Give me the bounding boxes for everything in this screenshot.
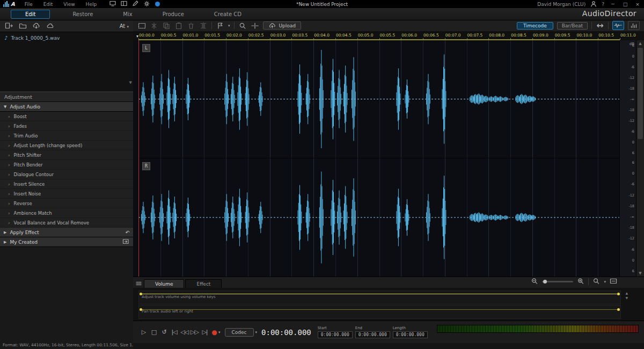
- adjust-audio-item[interactable]: ›Insert Noise: [0, 189, 133, 198]
- adjust-audio-item[interactable]: ›Trim Audio: [0, 131, 133, 140]
- length-value[interactable]: 0:00:00.000: [393, 331, 428, 338]
- adjust-audio-item[interactable]: ›Pitch Shifter: [0, 150, 133, 159]
- pan-envelope-line[interactable]: [140, 309, 619, 310]
- keyframe-dot[interactable]: [617, 308, 620, 311]
- tracklist-scroll-down-icon[interactable]: ▼: [129, 81, 132, 85]
- zoom-in-icon[interactable]: [577, 277, 584, 287]
- gear-icon[interactable]: [143, 1, 150, 8]
- play-button[interactable]: ▷: [138, 329, 149, 336]
- timecode-button[interactable]: Timecode: [517, 22, 553, 30]
- import-folder-icon[interactable]: [18, 22, 27, 30]
- record-options-dropdown-icon[interactable]: ▾: [218, 330, 221, 335]
- maximize-button[interactable]: □: [621, 2, 629, 7]
- upload-button[interactable]: Upload: [263, 21, 302, 30]
- keyframe-scroll-down-icon[interactable]: ▼: [625, 296, 628, 300]
- zoom-mode-icon[interactable]: [592, 277, 600, 287]
- trim-icon[interactable]: [199, 21, 208, 30]
- timeline-ruler[interactable]: ▾ 00:00.000:00.500:01.000:01.500:02.000:…: [133, 31, 644, 41]
- channel-right[interactable]: R: [138, 158, 620, 277]
- zoom-tool-icon[interactable]: [238, 21, 247, 30]
- track-list-item[interactable]: ♪ Track 1_0000_5.wav: [0, 32, 133, 43]
- user-name[interactable]: David Morgan (CLU): [537, 2, 586, 7]
- volume-keyframe-row[interactable]: Adjust track volume using volume keys: [138, 290, 621, 304]
- adjust-audio-item[interactable]: ›Reverse: [0, 199, 133, 208]
- adjust-audio-item[interactable]: ›Insert Silence: [0, 179, 133, 188]
- start-value[interactable]: 0:00:00.000: [318, 331, 353, 338]
- apply-effect-action-icon[interactable]: ↶: [125, 230, 129, 235]
- zoom-slider-thumb[interactable]: [543, 280, 547, 283]
- menu-help[interactable]: Help: [80, 2, 103, 7]
- barbeat-button[interactable]: Bar/Beat: [557, 22, 588, 30]
- zoom-mode-dropdown-icon[interactable]: ▾: [604, 280, 606, 284]
- adjust-audio-item[interactable]: ›Fades: [0, 121, 133, 130]
- codec-dropdown-icon[interactable]: ▾: [255, 330, 258, 335]
- tab-volume[interactable]: Volume: [144, 279, 184, 288]
- paste-icon[interactable]: [174, 21, 183, 30]
- marker-dropdown-icon[interactable]: ▾: [228, 24, 230, 28]
- end-value[interactable]: 0:00:00.000: [355, 331, 390, 338]
- stop-button[interactable]: □: [149, 329, 159, 336]
- pan-keyframe-row[interactable]: Pan track audio left or right: [138, 305, 621, 319]
- tab-mix[interactable]: Mix: [115, 10, 140, 18]
- zoom-slider[interactable]: [542, 281, 573, 282]
- ab-compare-icon[interactable]: [251, 21, 259, 30]
- codec-button[interactable]: Codec: [225, 328, 254, 337]
- text-size-tool[interactable]: At ▾: [120, 23, 129, 29]
- help-button[interactable]: ?: [602, 2, 604, 7]
- vertical-scrollbar[interactable]: ▲ ▼: [636, 40, 644, 277]
- go-to-end-button[interactable]: ▷|: [200, 329, 210, 336]
- marker-tool-icon[interactable]: [216, 21, 224, 30]
- pen-icon[interactable]: [132, 1, 138, 8]
- adjust-audio-item[interactable]: ›Pitch Bender: [0, 160, 133, 169]
- rewind-button[interactable]: ◁◁: [179, 329, 189, 336]
- section-apply-effect[interactable]: ▶ Apply Effect ↶: [0, 228, 133, 237]
- export-preset-icon[interactable]: [122, 238, 129, 245]
- zoom-out-icon[interactable]: [531, 277, 538, 287]
- spectral-view-toggle[interactable]: [628, 21, 640, 30]
- cloud-icon[interactable]: [46, 22, 55, 30]
- adjust-audio-item[interactable]: ›Ambience Match: [0, 208, 133, 217]
- keyframe-dot[interactable]: [617, 293, 620, 295]
- channel-left[interactable]: L: [138, 40, 620, 158]
- cut-icon[interactable]: [150, 21, 158, 30]
- copy-icon[interactable]: [162, 21, 171, 30]
- go-to-start-button[interactable]: |◁: [169, 329, 179, 336]
- layout-icon[interactable]: [121, 1, 127, 8]
- record-button[interactable]: ●: [210, 329, 218, 336]
- scroll-lock-icon[interactable]: ↔: [596, 21, 604, 30]
- adjust-audio-item[interactable]: ›Boost: [0, 112, 133, 121]
- cloud-download-icon[interactable]: [32, 22, 41, 30]
- tab-create-cd[interactable]: Create CD: [207, 10, 249, 18]
- playhead-line[interactable]: [138, 40, 139, 277]
- section-my-created[interactable]: ▶ My Created: [0, 237, 133, 247]
- range-select-tool-icon[interactable]: [137, 21, 146, 30]
- fit-timeline-icon[interactable]: [610, 277, 617, 287]
- close-button[interactable]: ×: [634, 2, 641, 7]
- tab-edit[interactable]: Edit: [11, 10, 50, 19]
- scroll-up-icon[interactable]: ▲: [636, 41, 644, 46]
- tab-restore[interactable]: Restore: [65, 10, 100, 18]
- minimize-button[interactable]: ─: [609, 2, 617, 7]
- menu-edit[interactable]: Edit: [38, 2, 58, 7]
- volume-envelope-line[interactable]: [140, 294, 619, 294]
- waveform-view-toggle[interactable]: [612, 21, 624, 30]
- scrollbar-thumb[interactable]: [638, 48, 643, 139]
- tab-produce[interactable]: Produce: [155, 10, 192, 18]
- user-avatar-icon[interactable]: [590, 1, 597, 8]
- import-media-icon[interactable]: [4, 22, 13, 30]
- forward-button[interactable]: ▷▷: [189, 329, 200, 336]
- menu-file[interactable]: File: [19, 2, 38, 7]
- loop-button[interactable]: ↺: [159, 329, 169, 336]
- adjust-audio-item[interactable]: ›Adjust Length (change speed): [0, 141, 133, 150]
- keyframe-scroll-up-icon[interactable]: ▲: [625, 291, 628, 295]
- section-adjust-audio[interactable]: ▼ Adjust Audio: [0, 102, 133, 112]
- adjust-audio-item[interactable]: ›Dialogue Contour: [0, 170, 133, 179]
- tab-effect[interactable]: Effect: [185, 279, 222, 288]
- keyframe-panel-toggle-icon[interactable]: [133, 279, 144, 288]
- menu-view[interactable]: View: [58, 2, 80, 7]
- scroll-down-icon[interactable]: ▼: [636, 271, 644, 275]
- notification-icon[interactable]: [155, 2, 160, 6]
- adjust-audio-item[interactable]: ›Vocal Balance and Vocal Remove: [0, 218, 133, 227]
- waveform-area[interactable]: L R: [133, 40, 644, 277]
- delete-icon[interactable]: [187, 21, 195, 30]
